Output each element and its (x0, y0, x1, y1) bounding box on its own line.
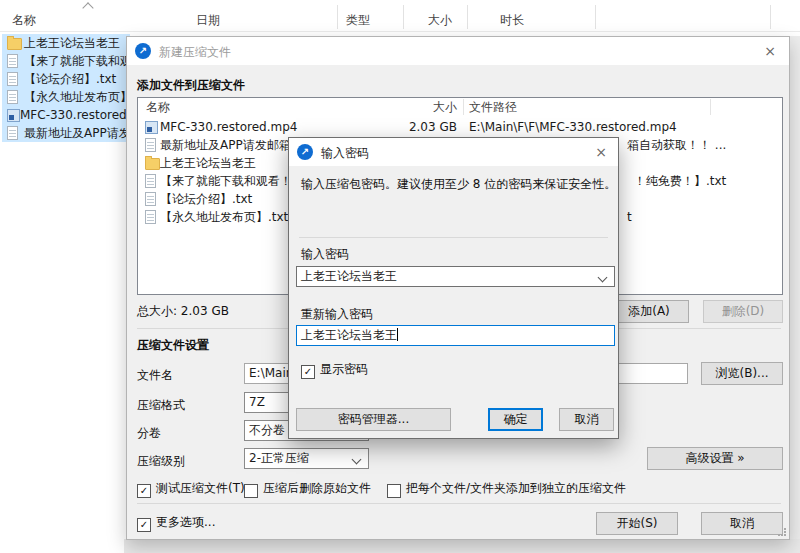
screen: 名称 日期 类型 大小 时长 上老王论坛当老王 【来了就能下载和观看！纯免费！】… (0, 0, 800, 553)
explorer-row[interactable]: 【论坛介绍】.txt (2, 70, 130, 88)
checkbox-label: 测试压缩文件(T) (156, 481, 245, 495)
explorer-row[interactable]: 【来了就能下载和观看！纯免费！】.txt (2, 52, 130, 70)
password-value: 上老王论坛当老王 (301, 269, 397, 283)
start-button[interactable]: 开始(S) (596, 512, 678, 535)
format-label: 压缩格式 (137, 397, 185, 414)
volume-value: 不分卷 (249, 423, 285, 437)
reenter-password-input[interactable]: 上老王论坛当老王 (296, 325, 615, 346)
text-file-icon (7, 54, 18, 68)
column-header-duration[interactable]: 时长 (500, 12, 524, 29)
list-column-size[interactable]: 大小 (377, 98, 457, 116)
enter-password-label: 输入密码 (301, 246, 349, 263)
text-file-icon (145, 138, 156, 152)
desktop-background (790, 36, 800, 553)
chevron-down-icon (352, 455, 362, 465)
password-hint-text: 输入压缩包密码。建议使用至少 8 位的密码来保证安全性。 (301, 176, 616, 193)
filename-label: 文件名 (137, 367, 173, 384)
column-separator[interactable] (770, 5, 771, 29)
divider (299, 237, 608, 238)
cancel-button[interactable]: 取消 (701, 512, 783, 535)
file-path: 箱自动获取！！ ... (627, 136, 726, 154)
column-separator[interactable] (403, 5, 404, 29)
add-files-section-label: 添加文件到压缩文件 (137, 77, 245, 94)
ok-button[interactable]: 确定 (488, 408, 543, 431)
file-name: 最新地址及APP请发邮箱自动获取！！... (24, 124, 130, 142)
checkbox-label: 显示密码 (320, 362, 368, 376)
desktop-background (124, 539, 800, 553)
dialog-title: 新建压缩文件 (159, 44, 231, 61)
file-name: MFC-330.restored.mp4 (160, 118, 297, 136)
explorer-row[interactable]: MFC-330.restored.mp4 (2, 106, 130, 124)
total-size-label: 总大小: 2.03 GB (137, 303, 229, 320)
file-path: t (627, 208, 632, 226)
file-path: E:\Main\F\F\MFC-330.restored.mp4 (469, 118, 677, 136)
archive-file-row[interactable]: MFC-330.restored.mp4 2.03 GB E:\Main\F\F… (138, 118, 782, 136)
video-file-icon (7, 109, 20, 122)
file-path: ！纯免费！】.txt (634, 172, 726, 190)
dialog-titlebar[interactable]: ↗ 输入密码 × (289, 138, 618, 166)
folder-icon (7, 38, 22, 50)
column-header-name[interactable]: 名称 (12, 12, 36, 29)
explorer-row[interactable]: 最新地址及APP请发邮箱自动获取！！... (2, 124, 130, 142)
column-separator[interactable] (337, 5, 338, 29)
file-name: 上老王论坛当老王 (24, 34, 120, 52)
test-archive-checkbox[interactable]: ✓测试压缩文件(T) (137, 480, 245, 498)
column-separator[interactable] (463, 99, 464, 115)
video-file-icon (145, 121, 158, 134)
password-combobox[interactable]: 上老王论坛当老王 (296, 266, 615, 287)
list-column-path[interactable]: 文件路径 (469, 98, 517, 116)
list-column-name[interactable]: 名称 (146, 98, 170, 116)
archive-settings-header: 压缩文件设置 (137, 337, 209, 354)
browse-button[interactable]: 浏览(B)... (701, 362, 783, 385)
file-name: 【永久地址发布页】.txt (160, 208, 288, 226)
cancel-button[interactable]: 取消 (559, 408, 614, 431)
text-file-icon (7, 72, 18, 86)
close-icon[interactable]: × (759, 42, 781, 60)
chevron-down-icon (598, 273, 608, 283)
add-button[interactable]: 添加(A) (609, 300, 689, 323)
format-value: 7Z (249, 395, 265, 409)
checkbox-label: 更多选项... (156, 515, 215, 529)
sort-ascending-icon (82, 2, 93, 13)
separate-archives-checkbox[interactable]: ✓把每个文件/文件夹添加到独立的压缩文件 (387, 480, 626, 498)
checkbox-unchecked-icon[interactable]: ✓ (387, 484, 401, 498)
delete-button: 删除(D) (703, 300, 783, 323)
column-separator[interactable] (467, 5, 468, 29)
level-value: 2-正常压缩 (249, 451, 309, 465)
text-file-icon (7, 90, 18, 104)
more-options-checkbox[interactable]: ✓更多选项... (137, 514, 215, 532)
explorer-row[interactable]: 上老王论坛当老王 (2, 34, 130, 52)
column-header-type[interactable]: 类型 (346, 12, 370, 29)
password-manager-button[interactable]: 密码管理器... (296, 408, 451, 431)
show-password-checkbox[interactable]: ✓显示密码 (301, 361, 368, 379)
close-icon[interactable]: × (590, 143, 612, 161)
column-header-size[interactable]: 大小 (428, 12, 452, 29)
file-name: MFC-330.restored.mp4 (20, 106, 130, 124)
level-label: 压缩级别 (137, 453, 185, 470)
dialog-titlebar[interactable]: ↗ 新建压缩文件 × (127, 37, 789, 65)
divider (137, 503, 781, 504)
column-separator[interactable] (595, 5, 596, 29)
checkbox-unchecked-icon[interactable]: ✓ (244, 484, 258, 498)
archiver-app-icon: ↗ (297, 144, 313, 160)
delete-after-checkbox[interactable]: ✓压缩后删除原始文件 (244, 480, 371, 498)
archiver-app-icon: ↗ (135, 43, 151, 59)
advanced-settings-button[interactable]: 高级设置 » (647, 447, 783, 470)
file-name: 【论坛介绍】.txt (160, 190, 252, 208)
checkbox-checked-icon[interactable]: ✓ (137, 484, 151, 498)
column-separator[interactable] (710, 99, 711, 115)
list-header[interactable]: 名称 大小 文件路径 (138, 98, 782, 116)
file-name: 上老王论坛当老王 (160, 154, 256, 172)
file-name: 【论坛介绍】.txt (24, 70, 116, 88)
file-name: 【永久地址发布页】.txt (24, 88, 130, 106)
resize-grip[interactable] (778, 528, 786, 536)
dialog-title: 输入密码 (321, 145, 369, 162)
checkbox-checked-icon[interactable]: ✓ (301, 365, 315, 379)
text-file-icon (7, 126, 18, 140)
checkbox-checked-icon[interactable]: ✓ (137, 518, 151, 532)
level-select[interactable]: 2-正常压缩 (244, 448, 369, 469)
divider (0, 31, 800, 32)
explorer-row[interactable]: 【永久地址发布页】.txt (2, 88, 130, 106)
text-file-icon (145, 210, 156, 224)
column-header-date[interactable]: 日期 (196, 12, 220, 29)
